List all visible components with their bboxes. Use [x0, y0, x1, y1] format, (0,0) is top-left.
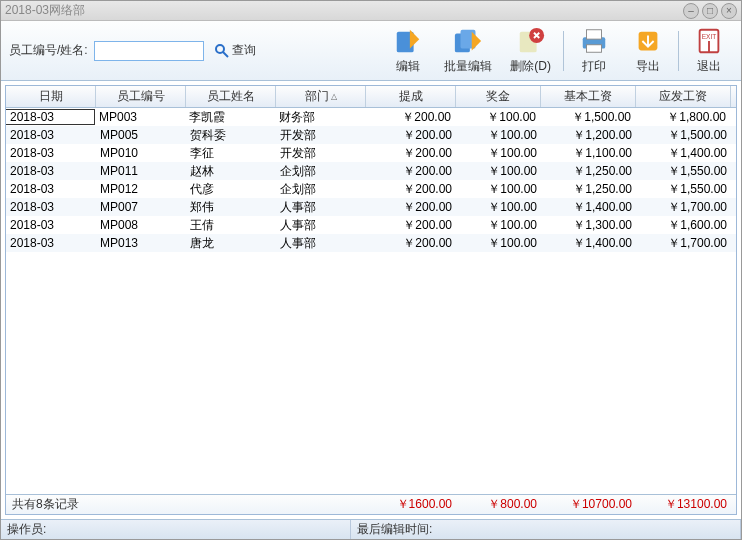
cell[interactable]: ￥200.00: [366, 235, 456, 252]
cell[interactable]: 人事部: [276, 217, 366, 234]
cell[interactable]: ￥1,700.00: [636, 199, 731, 216]
col-date[interactable]: 日期: [6, 86, 96, 107]
cell[interactable]: 2018-03: [6, 164, 96, 178]
cell[interactable]: 王倩: [186, 217, 276, 234]
cell[interactable]: ￥1,550.00: [636, 163, 731, 180]
cell[interactable]: 贺科委: [186, 127, 276, 144]
cell[interactable]: 代彦: [186, 181, 276, 198]
col-commission[interactable]: 提成: [366, 86, 456, 107]
main-window: 2018-03网络部 – □ × 员工编号/姓名: 查询 编辑 批量编辑 删除(…: [0, 0, 742, 540]
cell[interactable]: 李征: [186, 145, 276, 162]
edit-label: 编辑: [396, 58, 420, 75]
table-row[interactable]: 2018-03MP005贺科委开发部￥200.00￥100.00￥1,200.0…: [6, 126, 736, 144]
sum-commission: ￥1600.00: [366, 496, 456, 513]
table-row[interactable]: 2018-03MP008王倩人事部￥200.00￥100.00￥1,300.00…: [6, 216, 736, 234]
table-row[interactable]: 2018-03MP013唐龙人事部￥200.00￥100.00￥1,400.00…: [6, 234, 736, 252]
table-row[interactable]: 2018-03MP003李凯霞财务部￥200.00￥100.00￥1,500.0…: [6, 108, 736, 126]
col-bonus[interactable]: 奖金: [456, 86, 541, 107]
delete-button[interactable]: 删除(D): [504, 24, 557, 77]
table-row[interactable]: 2018-03MP010李征开发部￥200.00￥100.00￥1,100.00…: [6, 144, 736, 162]
cell[interactable]: 企划部: [276, 163, 366, 180]
cell[interactable]: ￥200.00: [366, 127, 456, 144]
cell[interactable]: 企划部: [276, 181, 366, 198]
cell[interactable]: ￥1,400.00: [541, 199, 636, 216]
cell[interactable]: 开发部: [276, 127, 366, 144]
search-button[interactable]: 查询: [210, 40, 260, 61]
cell[interactable]: 人事部: [276, 235, 366, 252]
cell[interactable]: ￥200.00: [365, 109, 455, 126]
cell[interactable]: ￥1,550.00: [636, 181, 731, 198]
cell[interactable]: 2018-03: [6, 182, 96, 196]
batch-edit-button[interactable]: 批量编辑: [438, 24, 498, 77]
col-name[interactable]: 员工姓名: [186, 86, 276, 107]
cell[interactable]: 2018-03: [6, 128, 96, 142]
cell[interactable]: 2018-03: [6, 109, 95, 125]
cell[interactable]: 财务部: [275, 109, 365, 126]
col-dept[interactable]: 部门△: [276, 86, 366, 107]
cell[interactable]: ￥1,200.00: [541, 127, 636, 144]
maximize-button[interactable]: □: [702, 3, 718, 19]
cell[interactable]: ￥1,600.00: [636, 217, 731, 234]
cell[interactable]: ￥1,250.00: [541, 163, 636, 180]
cell[interactable]: MP008: [96, 218, 186, 232]
minimize-button[interactable]: –: [683, 3, 699, 19]
cell[interactable]: 2018-03: [6, 236, 96, 250]
cell[interactable]: ￥100.00: [456, 217, 541, 234]
table-row[interactable]: 2018-03MP011赵林企划部￥200.00￥100.00￥1,250.00…: [6, 162, 736, 180]
cell[interactable]: MP013: [96, 236, 186, 250]
cell[interactable]: 2018-03: [6, 146, 96, 160]
cell[interactable]: ￥1,800.00: [635, 109, 730, 126]
edit-icon: [393, 26, 423, 56]
table-row[interactable]: 2018-03MP007郑伟人事部￥200.00￥100.00￥1,400.00…: [6, 198, 736, 216]
col-pay-salary[interactable]: 应发工资: [636, 86, 731, 107]
cell[interactable]: 人事部: [276, 199, 366, 216]
close-button[interactable]: ×: [721, 3, 737, 19]
cell[interactable]: ￥1,500.00: [540, 109, 635, 126]
cell[interactable]: 李凯霞: [185, 109, 275, 126]
cell[interactable]: ￥1,300.00: [541, 217, 636, 234]
cell[interactable]: ￥1,400.00: [541, 235, 636, 252]
cell[interactable]: ￥100.00: [456, 199, 541, 216]
cell[interactable]: 郑伟: [186, 199, 276, 216]
cell[interactable]: MP012: [96, 182, 186, 196]
cell[interactable]: 赵林: [186, 163, 276, 180]
delete-icon: [516, 26, 546, 56]
cell[interactable]: ￥1,400.00: [636, 145, 731, 162]
cell[interactable]: ￥200.00: [366, 145, 456, 162]
cell[interactable]: MP005: [96, 128, 186, 142]
cell[interactable]: 开发部: [276, 145, 366, 162]
toolbar-separator: [678, 31, 679, 71]
table-row[interactable]: 2018-03MP012代彦企划部￥200.00￥100.00￥1,250.00…: [6, 180, 736, 198]
exit-icon: EXIT: [694, 26, 724, 56]
cell[interactable]: ￥200.00: [366, 199, 456, 216]
cell[interactable]: ￥1,250.00: [541, 181, 636, 198]
edit-button[interactable]: 编辑: [384, 24, 432, 77]
cell[interactable]: ￥200.00: [366, 217, 456, 234]
cell[interactable]: ￥100.00: [456, 235, 541, 252]
cell[interactable]: 唐龙: [186, 235, 276, 252]
search-input[interactable]: [94, 41, 204, 61]
exit-button[interactable]: EXIT 退出: [685, 24, 733, 77]
cell[interactable]: ￥1,500.00: [636, 127, 731, 144]
cell[interactable]: MP011: [96, 164, 186, 178]
table-body[interactable]: 2018-03MP003李凯霞财务部￥200.00￥100.00￥1,500.0…: [6, 108, 736, 494]
cell[interactable]: MP007: [96, 200, 186, 214]
col-empno[interactable]: 员工编号: [96, 86, 186, 107]
cell[interactable]: ￥100.00: [456, 163, 541, 180]
cell[interactable]: ￥1,100.00: [541, 145, 636, 162]
cell[interactable]: 2018-03: [6, 218, 96, 232]
cell[interactable]: MP003: [95, 110, 185, 124]
cell[interactable]: ￥100.00: [456, 145, 541, 162]
svg-rect-8: [587, 30, 602, 39]
cell[interactable]: ￥100.00: [456, 127, 541, 144]
cell[interactable]: MP010: [96, 146, 186, 160]
cell[interactable]: ￥200.00: [366, 163, 456, 180]
cell[interactable]: ￥1,700.00: [636, 235, 731, 252]
cell[interactable]: ￥100.00: [456, 181, 541, 198]
print-button[interactable]: 打印: [570, 24, 618, 77]
col-base-salary[interactable]: 基本工资: [541, 86, 636, 107]
cell[interactable]: 2018-03: [6, 200, 96, 214]
cell[interactable]: ￥100.00: [455, 109, 540, 126]
cell[interactable]: ￥200.00: [366, 181, 456, 198]
export-button[interactable]: 导出: [624, 24, 672, 77]
